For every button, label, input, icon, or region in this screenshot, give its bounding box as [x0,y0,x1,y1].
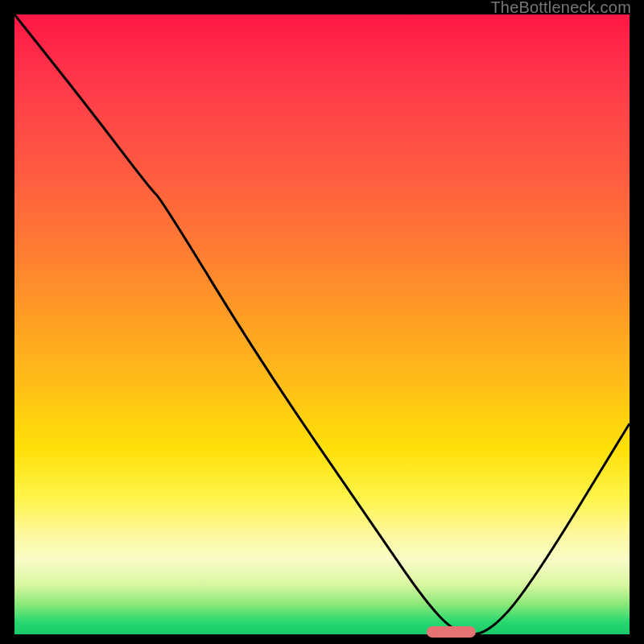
chart-frame [14,14,630,634]
chart-gradient-background [14,14,630,634]
optimal-range-marker [427,626,476,638]
